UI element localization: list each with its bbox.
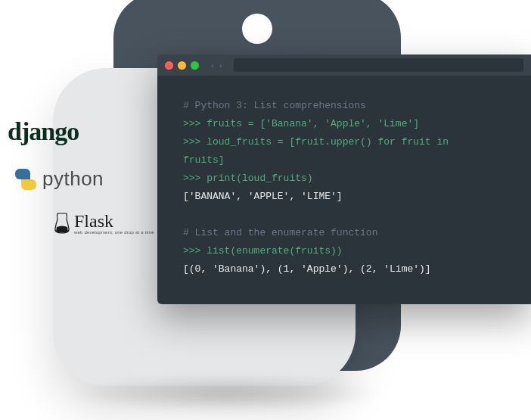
code-area: # Python 3: List comprehensions>>> fruit… [157,76,531,304]
code-line: [(0, 'Banana'), (1, 'Apple'), (2, 'Lime'… [183,260,505,278]
flask-logo: Flask web development, one drop at a tim… [8,212,154,235]
python-logo: python [8,167,154,191]
code-line [183,206,505,224]
code-line: >>> loud_fruits = [fruit.upper() for fru… [183,133,505,151]
python-icon [15,169,36,190]
maximize-icon[interactable] [191,61,199,70]
code-line: >>> print(loud_fruits) [183,170,505,188]
code-line: ['BANANA', 'APPLE', 'LIME'] [183,188,505,206]
ground-shadow [68,375,386,412]
flask-tagline: web development, one drop at a time [74,230,154,235]
nav-arrows-icon[interactable]: ‹ › [211,61,223,70]
tech-logos: django python Flask web development, one… [8,117,154,235]
tag-hole [242,14,272,44]
django-logo: django [8,117,154,146]
flask-icon [53,212,71,235]
code-line: >>> list(enumerate(fruits)) [183,242,505,260]
address-bar[interactable] [234,58,523,72]
terminal-titlebar: ‹ › [157,54,531,76]
terminal-window: ‹ › # Python 3: List comprehensions>>> f… [157,54,531,304]
code-line: # Python 3: List comprehensions [183,97,505,115]
flask-wordmark: Flask [74,212,154,230]
code-line: >>> fruits = ['Banana', 'Apple', 'Lime'] [183,115,505,133]
minimize-icon[interactable] [178,61,186,70]
code-line: # List and the enumerate function [183,224,505,242]
close-icon[interactable] [165,61,173,70]
python-wordmark: python [42,167,104,191]
code-line: fruits] [183,151,505,170]
